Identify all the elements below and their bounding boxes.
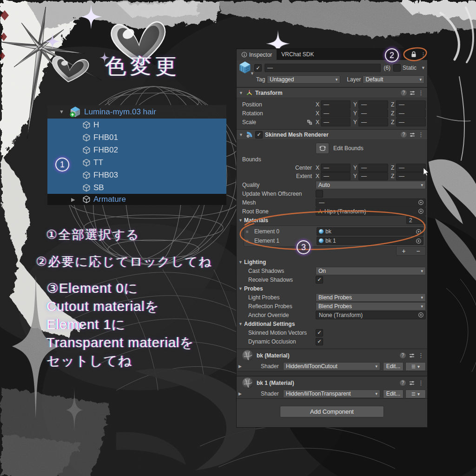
lighting-foldout[interactable]: ▼Lighting (237, 258, 427, 266)
smr-header[interactable]: ▼ Skinned Mesh Renderer ? ⋮ (237, 129, 427, 140)
page-title: 色変更 (105, 52, 180, 81)
hierarchy-item-h[interactable]: H (47, 119, 226, 131)
help-icon[interactable]: ? (401, 132, 407, 138)
component-menu-icon[interactable]: ⋮ (418, 352, 424, 359)
foldout-open-icon[interactable]: ▼ (239, 132, 244, 137)
anchor-override-field[interactable]: None (Transform) (316, 311, 426, 319)
lock-icon[interactable] (410, 51, 417, 58)
receive-shadows-checkbox[interactable] (316, 276, 323, 284)
shader-edit-button[interactable]: Edit... (383, 362, 403, 371)
skinned-motion-vectors-checkbox[interactable] (316, 329, 323, 337)
rotation-y-field[interactable]: — (358, 109, 388, 118)
presets-icon[interactable] (409, 380, 415, 386)
shader-dropdown[interactable]: Hidden/lilToonTransparent (283, 390, 380, 398)
material-sphere-icon (318, 238, 324, 244)
rotation-z-field[interactable]: — (396, 109, 426, 118)
edit-bounds-button[interactable] (316, 143, 329, 154)
static-dropdown-icon[interactable]: ▼ (421, 66, 425, 70)
hierarchy-item-armature[interactable]: ▶ Armature (47, 194, 226, 205)
hierarchy-item-fhb01[interactable]: FHB01 (47, 131, 226, 144)
active-checkbox[interactable] (254, 64, 262, 72)
foldout-closed-icon[interactable]: ▶ (71, 197, 79, 202)
drag-handle-icon[interactable]: ≡ (246, 238, 252, 244)
foldout-closed-icon[interactable]: ▶ (238, 364, 243, 369)
root-bone-field[interactable]: Hips (Transform) (316, 207, 426, 216)
element1-material-field[interactable]: bk 1 (317, 237, 423, 245)
help-icon[interactable]: ? (400, 352, 406, 358)
position-y-field[interactable]: — (358, 100, 388, 109)
presets-icon[interactable] (409, 352, 415, 359)
hierarchy-item-tt[interactable]: TT (47, 156, 226, 169)
shader-menu-button[interactable]: ☰▾ (405, 390, 426, 398)
hierarchy-item-sb[interactable]: SB (47, 181, 226, 194)
dynamic-occlusion-checkbox[interactable] (316, 338, 323, 345)
additional-settings-foldout[interactable]: ▼Additional Settings (237, 319, 427, 328)
center-x-field[interactable]: — (321, 164, 350, 172)
extent-x-field[interactable]: — (321, 172, 350, 180)
position-z-field[interactable]: — (396, 100, 426, 109)
transform-header[interactable]: ▼ Transform ? ⋮ (237, 87, 427, 98)
mesh-object-field[interactable]: — (316, 198, 426, 207)
tag-dropdown[interactable]: Untagged (267, 75, 340, 84)
cube-icon (82, 159, 91, 167)
static-checkbox[interactable] (393, 64, 401, 72)
quality-dropdown[interactable]: Auto (316, 181, 426, 189)
object-picker-icon[interactable] (416, 229, 422, 235)
add-element-button[interactable]: + (402, 248, 405, 254)
tab-inspector[interactable]: Inspector (237, 49, 277, 60)
element0-material-field[interactable]: bk (317, 227, 423, 236)
probes-foldout[interactable]: ▼Probes (237, 284, 427, 293)
smr-enabled-checkbox[interactable] (255, 131, 263, 139)
help-icon[interactable]: ? (401, 90, 407, 96)
add-component-button[interactable]: Add Component (280, 406, 384, 417)
scale-x-field[interactable]: — (321, 118, 350, 126)
materials-foldout[interactable]: ▼Materials 2 (237, 216, 427, 225)
remove-element-button[interactable]: − (416, 248, 420, 254)
help-icon[interactable]: ? (400, 380, 406, 386)
light-probes-dropdown[interactable]: Blend Probes (316, 293, 426, 302)
foldout-open-icon[interactable]: ▼ (59, 109, 66, 114)
shader-edit-button[interactable]: Edit... (383, 390, 403, 398)
hierarchy-item-fhb02[interactable]: FHB02 (47, 144, 226, 156)
layer-dropdown[interactable]: Default (363, 75, 424, 84)
tab-menu-icon[interactable]: ⋮ (420, 51, 426, 58)
center-y-field[interactable]: — (358, 164, 388, 172)
foldout-closed-icon[interactable]: ▶ (238, 391, 243, 396)
rotation-x-field[interactable]: — (321, 109, 350, 118)
object-picker-icon[interactable] (418, 312, 424, 318)
drag-handle-icon[interactable]: ≡ (246, 229, 252, 234)
object-picker-icon[interactable] (418, 208, 424, 214)
name-field[interactable]: — (264, 64, 381, 72)
presets-icon[interactable] (409, 132, 416, 138)
center-z-field[interactable]: — (396, 164, 426, 172)
component-menu-icon[interactable]: ⋮ (418, 379, 424, 386)
position-x-field[interactable]: — (321, 100, 350, 109)
material-element-1[interactable]: ≡ Element 1 bk 1 (244, 236, 425, 245)
link-broken-icon[interactable] (306, 119, 313, 126)
hierarchy-root-row[interactable]: ▼ Lumina-mym.03 hair (47, 105, 226, 119)
shader-dropdown[interactable]: Hidden/lilToonCutout (283, 362, 380, 370)
materials-count-field[interactable]: 2 (406, 216, 426, 224)
cube-icon (82, 195, 91, 204)
extent-z-field[interactable]: — (396, 172, 426, 180)
scale-y-field[interactable]: — (358, 118, 388, 126)
material-element-0[interactable]: ≡ Element 0 bk (244, 227, 425, 236)
component-menu-icon[interactable]: ⋮ (418, 131, 424, 138)
cast-shadows-dropdown[interactable]: On (316, 267, 426, 275)
note-step1: ①全部選択する (46, 226, 139, 243)
tab-vrchat-sdk[interactable]: VRChat SDK (277, 49, 318, 60)
object-picker-icon[interactable] (418, 199, 424, 205)
foldout-open-icon[interactable]: ▼ (239, 91, 244, 95)
scale-z-field[interactable]: — (396, 118, 426, 126)
cube-icon (82, 133, 91, 142)
hierarchy-item-fhb03[interactable]: FHB03 (47, 169, 226, 181)
presets-icon[interactable] (409, 90, 416, 96)
shader-menu-button[interactable]: ☰▾ (405, 362, 426, 371)
step3-marker: 3 (297, 240, 311, 254)
update-offscreen-checkbox[interactable] (316, 190, 323, 198)
gameobject-icon[interactable]: ▼ (238, 61, 254, 75)
reflection-probes-dropdown[interactable]: Blend Probes (316, 302, 426, 311)
extent-y-field[interactable]: — (358, 172, 388, 180)
object-picker-icon[interactable] (416, 238, 422, 244)
component-menu-icon[interactable]: ⋮ (418, 89, 424, 96)
